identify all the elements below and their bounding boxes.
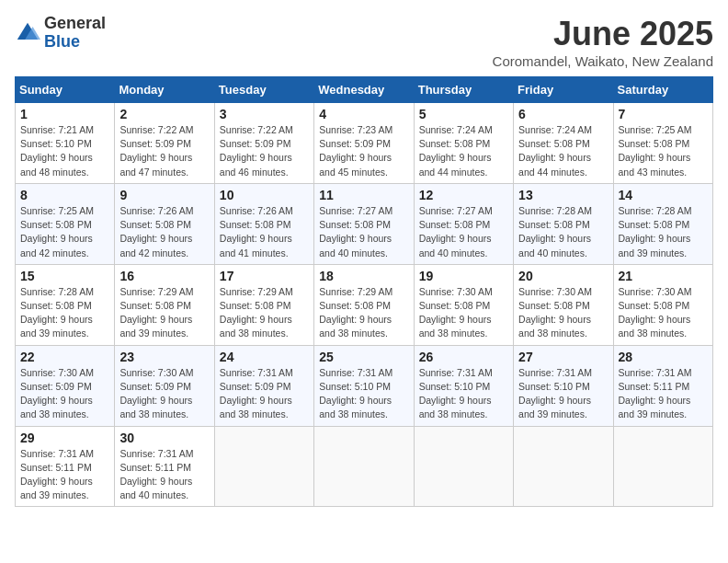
- calendar-table: SundayMondayTuesdayWednesdayThursdayFrid…: [15, 76, 713, 507]
- day-number: 11: [319, 188, 408, 202]
- day-info: Sunrise: 7:30 AM Sunset: 5:09 PM Dayligh…: [119, 366, 209, 422]
- day-info: Sunrise: 7:31 AM Sunset: 5:11 PM Dayligh…: [20, 447, 109, 503]
- calendar-cell: 28Sunrise: 7:31 AM Sunset: 5:11 PM Dayli…: [613, 345, 712, 426]
- day-info: Sunrise: 7:29 AM Sunset: 5:08 PM Dayligh…: [319, 285, 408, 341]
- location-title: Coromandel, Waikato, New Zealand: [493, 53, 713, 69]
- header: General Blue June 2025 Coromandel, Waika…: [15, 15, 713, 69]
- day-info: Sunrise: 7:24 AM Sunset: 5:08 PM Dayligh…: [518, 123, 608, 179]
- day-info: Sunrise: 7:28 AM Sunset: 5:08 PM Dayligh…: [20, 285, 109, 341]
- title-area: June 2025 Coromandel, Waikato, New Zeala…: [493, 15, 713, 69]
- day-info: Sunrise: 7:25 AM Sunset: 5:08 PM Dayligh…: [619, 123, 708, 179]
- calendar-cell: [314, 426, 414, 507]
- day-number: 12: [419, 188, 508, 202]
- calendar-cell: 17Sunrise: 7:29 AM Sunset: 5:08 PM Dayli…: [214, 264, 313, 345]
- day-info: Sunrise: 7:26 AM Sunset: 5:08 PM Dayligh…: [119, 204, 209, 260]
- day-number: 9: [119, 188, 209, 202]
- weekday-header-wednesday: Wednesday: [314, 77, 414, 103]
- calendar-cell: 4Sunrise: 7:23 AM Sunset: 5:09 PM Daylig…: [314, 103, 414, 184]
- day-info: Sunrise: 7:24 AM Sunset: 5:08 PM Dayligh…: [419, 123, 508, 179]
- calendar-cell: 14Sunrise: 7:28 AM Sunset: 5:08 PM Dayli…: [613, 183, 712, 264]
- day-number: 4: [319, 107, 408, 121]
- calendar-cell: 26Sunrise: 7:31 AM Sunset: 5:10 PM Dayli…: [414, 345, 513, 426]
- calendar-cell: 3Sunrise: 7:22 AM Sunset: 5:09 PM Daylig…: [214, 103, 313, 184]
- day-number: 27: [518, 350, 608, 364]
- day-number: 13: [518, 188, 608, 202]
- day-info: Sunrise: 7:31 AM Sunset: 5:11 PM Dayligh…: [119, 447, 209, 503]
- calendar-cell: 18Sunrise: 7:29 AM Sunset: 5:08 PM Dayli…: [314, 264, 414, 345]
- week-row-2: 8Sunrise: 7:25 AM Sunset: 5:08 PM Daylig…: [16, 183, 713, 264]
- calendar-cell: 2Sunrise: 7:22 AM Sunset: 5:09 PM Daylig…: [115, 103, 214, 184]
- day-number: 19: [419, 269, 508, 283]
- day-number: 20: [518, 269, 608, 283]
- weekday-header-row: SundayMondayTuesdayWednesdayThursdayFrid…: [16, 77, 713, 103]
- calendar-cell: 16Sunrise: 7:29 AM Sunset: 5:08 PM Dayli…: [115, 264, 214, 345]
- day-number: 24: [220, 350, 309, 364]
- day-info: Sunrise: 7:27 AM Sunset: 5:08 PM Dayligh…: [319, 204, 408, 260]
- day-number: 3: [220, 107, 309, 121]
- calendar-cell: 10Sunrise: 7:26 AM Sunset: 5:08 PM Dayli…: [214, 183, 313, 264]
- day-info: Sunrise: 7:30 AM Sunset: 5:09 PM Dayligh…: [20, 366, 109, 422]
- day-info: Sunrise: 7:31 AM Sunset: 5:11 PM Dayligh…: [619, 366, 708, 422]
- week-row-3: 15Sunrise: 7:28 AM Sunset: 5:08 PM Dayli…: [16, 264, 713, 345]
- logo-general-text: General: [44, 15, 106, 33]
- logo-blue-text: Blue: [44, 33, 106, 52]
- day-info: Sunrise: 7:29 AM Sunset: 5:08 PM Dayligh…: [220, 285, 309, 341]
- day-number: 8: [20, 188, 109, 202]
- logo-icon: [15, 20, 40, 46]
- calendar-cell: [414, 426, 513, 507]
- weekday-header-sunday: Sunday: [16, 77, 115, 103]
- calendar-cell: 13Sunrise: 7:28 AM Sunset: 5:08 PM Dayli…: [514, 183, 613, 264]
- week-row-5: 29Sunrise: 7:31 AM Sunset: 5:11 PM Dayli…: [16, 426, 713, 507]
- month-title: June 2025: [493, 15, 713, 53]
- day-number: 30: [119, 431, 209, 445]
- calendar-cell: 11Sunrise: 7:27 AM Sunset: 5:08 PM Dayli…: [314, 183, 414, 264]
- day-info: Sunrise: 7:31 AM Sunset: 5:10 PM Dayligh…: [518, 366, 608, 422]
- day-number: 1: [20, 107, 109, 121]
- calendar-cell: [214, 426, 313, 507]
- day-number: 15: [20, 269, 109, 283]
- day-number: 18: [319, 269, 408, 283]
- day-info: Sunrise: 7:26 AM Sunset: 5:08 PM Dayligh…: [220, 204, 309, 260]
- calendar-cell: 30Sunrise: 7:31 AM Sunset: 5:11 PM Dayli…: [115, 426, 214, 507]
- day-info: Sunrise: 7:30 AM Sunset: 5:08 PM Dayligh…: [619, 285, 708, 341]
- calendar-cell: 22Sunrise: 7:30 AM Sunset: 5:09 PM Dayli…: [16, 345, 115, 426]
- day-number: 5: [419, 107, 508, 121]
- week-row-1: 1Sunrise: 7:21 AM Sunset: 5:10 PM Daylig…: [16, 103, 713, 184]
- day-number: 7: [619, 107, 708, 121]
- calendar-cell: 5Sunrise: 7:24 AM Sunset: 5:08 PM Daylig…: [414, 103, 513, 184]
- calendar-cell: 23Sunrise: 7:30 AM Sunset: 5:09 PM Dayli…: [115, 345, 214, 426]
- day-number: 17: [220, 269, 309, 283]
- calendar-cell: 20Sunrise: 7:30 AM Sunset: 5:08 PM Dayli…: [514, 264, 613, 345]
- day-info: Sunrise: 7:23 AM Sunset: 5:09 PM Dayligh…: [319, 123, 408, 179]
- calendar-cell: 29Sunrise: 7:31 AM Sunset: 5:11 PM Dayli…: [16, 426, 115, 507]
- calendar-cell: 12Sunrise: 7:27 AM Sunset: 5:08 PM Dayli…: [414, 183, 513, 264]
- day-number: 6: [518, 107, 608, 121]
- weekday-header-tuesday: Tuesday: [214, 77, 313, 103]
- day-number: 26: [419, 350, 508, 364]
- day-info: Sunrise: 7:27 AM Sunset: 5:08 PM Dayligh…: [419, 204, 508, 260]
- calendar-cell: 25Sunrise: 7:31 AM Sunset: 5:10 PM Dayli…: [314, 345, 414, 426]
- calendar-cell: 19Sunrise: 7:30 AM Sunset: 5:08 PM Dayli…: [414, 264, 513, 345]
- day-number: 10: [220, 188, 309, 202]
- day-info: Sunrise: 7:31 AM Sunset: 5:10 PM Dayligh…: [319, 366, 408, 422]
- day-number: 29: [20, 431, 109, 445]
- day-info: Sunrise: 7:28 AM Sunset: 5:08 PM Dayligh…: [619, 204, 708, 260]
- calendar-cell: 8Sunrise: 7:25 AM Sunset: 5:08 PM Daylig…: [16, 183, 115, 264]
- calendar-cell: [613, 426, 712, 507]
- day-number: 21: [619, 269, 708, 283]
- calendar-cell: [514, 426, 613, 507]
- week-row-4: 22Sunrise: 7:30 AM Sunset: 5:09 PM Dayli…: [16, 345, 713, 426]
- logo: General Blue: [15, 15, 106, 52]
- calendar-cell: 15Sunrise: 7:28 AM Sunset: 5:08 PM Dayli…: [16, 264, 115, 345]
- calendar-cell: 6Sunrise: 7:24 AM Sunset: 5:08 PM Daylig…: [514, 103, 613, 184]
- weekday-header-monday: Monday: [115, 77, 214, 103]
- day-info: Sunrise: 7:30 AM Sunset: 5:08 PM Dayligh…: [518, 285, 608, 341]
- calendar-cell: 21Sunrise: 7:30 AM Sunset: 5:08 PM Dayli…: [613, 264, 712, 345]
- day-number: 28: [619, 350, 708, 364]
- weekday-header-friday: Friday: [514, 77, 613, 103]
- day-info: Sunrise: 7:22 AM Sunset: 5:09 PM Dayligh…: [119, 123, 209, 179]
- calendar-cell: 1Sunrise: 7:21 AM Sunset: 5:10 PM Daylig…: [16, 103, 115, 184]
- calendar-cell: 27Sunrise: 7:31 AM Sunset: 5:10 PM Dayli…: [514, 345, 613, 426]
- calendar-cell: 24Sunrise: 7:31 AM Sunset: 5:09 PM Dayli…: [214, 345, 313, 426]
- day-info: Sunrise: 7:22 AM Sunset: 5:09 PM Dayligh…: [220, 123, 309, 179]
